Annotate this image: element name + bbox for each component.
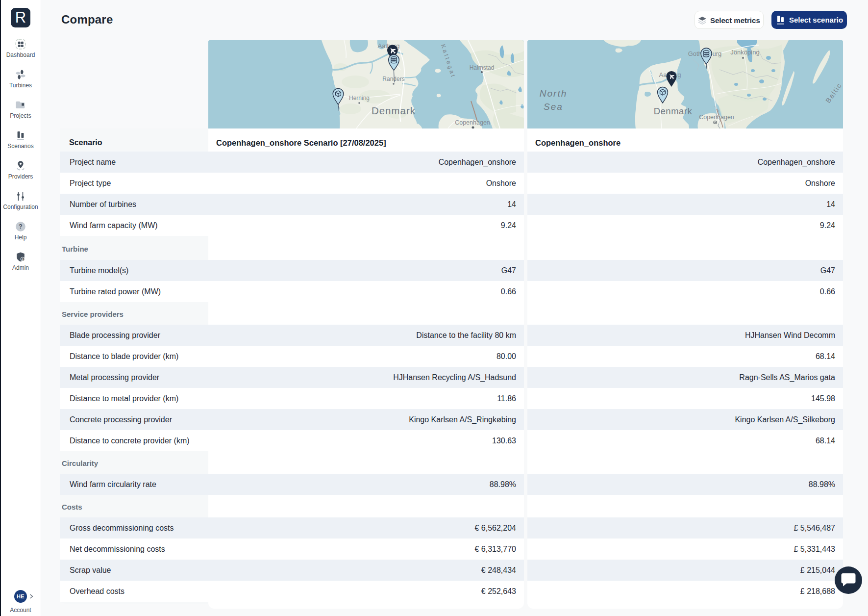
- svg-text:?: ?: [19, 223, 22, 230]
- svg-text:North: North: [540, 88, 567, 99]
- svg-text:Jönköping: Jönköping: [730, 49, 759, 56]
- svg-text:Sea: Sea: [544, 102, 563, 112]
- svg-text:e: e: [22, 257, 24, 261]
- svg-text:Copenhagen: Copenhagen: [455, 119, 490, 126]
- svg-text:Copenhagen: Copenhagen: [699, 114, 734, 121]
- svg-text:Denmark: Denmark: [372, 105, 416, 116]
- svg-text:Herning: Herning: [349, 95, 370, 102]
- svg-text:Halmstad: Halmstad: [470, 64, 495, 71]
- svg-text:Randers: Randers: [382, 76, 404, 82]
- svg-text:Denmark: Denmark: [654, 106, 693, 116]
